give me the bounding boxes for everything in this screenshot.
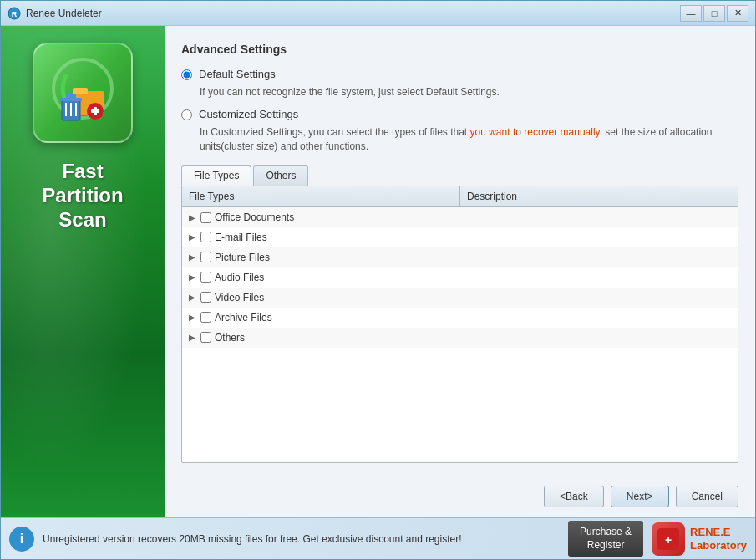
file-type-cell: ▶ E-mail Files <box>182 227 460 247</box>
brand-text: RENE.E Laboratory <box>690 526 747 552</box>
file-type-checkbox[interactable] <box>200 312 211 323</box>
description-cell <box>460 267 738 288</box>
main-window: R Renee Undeleter — □ ✕ <box>0 0 756 560</box>
table-row: ▶ Audio Files <box>182 267 738 288</box>
brand-icon-svg: + <box>656 527 681 552</box>
default-settings-option: Default Settings <box>181 68 738 80</box>
section-title: Advanced Settings <box>181 43 738 56</box>
custom-settings-label[interactable]: Customized Settings <box>199 108 298 120</box>
file-type-label: Office Documents <box>215 211 294 223</box>
table-row: ▶ Office Documents <box>182 207 738 227</box>
sidebar-icon-box <box>33 43 133 143</box>
file-type-label: Audio Files <box>215 272 264 283</box>
description-cell <box>460 227 738 247</box>
sidebar-illustration <box>41 51 124 135</box>
brand-name: RENE.E <box>690 526 730 538</box>
status-message: Unregistered version recovers 20MB missi… <box>43 533 560 545</box>
description-cell <box>460 247 738 267</box>
svg-text:+: + <box>665 533 672 547</box>
file-type-label: Video Files <box>215 292 264 303</box>
close-button[interactable]: ✕ <box>727 5 748 22</box>
file-type-cell: ▶ Audio Files <box>182 267 460 288</box>
file-type-cell: ▶ Others <box>182 328 460 348</box>
status-bar: i Unregistered version recovers 20MB mis… <box>1 517 755 559</box>
custom-settings-description: In Customzied Settings, you can select t… <box>200 125 738 154</box>
file-type-label: E-mail Files <box>215 232 267 243</box>
brand-icon: + <box>652 522 685 556</box>
custom-settings-radio[interactable] <box>181 109 192 120</box>
svg-text:R: R <box>12 10 18 18</box>
purchase-button[interactable]: Purchase & Register <box>568 521 643 557</box>
tab-others[interactable]: Others <box>253 165 308 186</box>
description-cell <box>460 207 738 227</box>
svg-rect-4 <box>73 88 88 94</box>
default-settings-label[interactable]: Default Settings <box>199 68 276 80</box>
main-content: Fast Partition Scan Advanced Settings De… <box>1 26 755 517</box>
description-cell <box>460 308 738 328</box>
table-row: ▶ Others <box>182 328 738 348</box>
expand-arrow[interactable]: ▶ <box>187 313 197 323</box>
sidebar-title: Fast Partition Scan <box>33 160 131 232</box>
next-button[interactable]: Next> <box>611 486 669 507</box>
svg-rect-7 <box>66 94 76 99</box>
table-header-row: File Types Description <box>182 186 738 207</box>
expand-arrow[interactable]: ▶ <box>187 212 197 222</box>
app-icon: R <box>8 7 21 20</box>
file-type-cell: ▶ Archive Files <box>182 308 460 328</box>
file-type-cell: ▶ Video Files <box>182 288 460 308</box>
purchase-line1: Purchase & <box>580 526 632 537</box>
action-bar: <Back Next> Cancel <box>165 476 755 517</box>
title-bar: R Renee Undeleter — □ ✕ <box>1 1 755 26</box>
expand-arrow[interactable]: ▶ <box>187 272 197 283</box>
back-button[interactable]: <Back <box>544 486 604 507</box>
expand-arrow[interactable]: ▶ <box>187 252 197 262</box>
expand-arrow[interactable]: ▶ <box>187 293 197 303</box>
window-controls: — □ ✕ <box>680 5 748 22</box>
svg-rect-13 <box>94 107 97 115</box>
table-row: ▶ Archive Files <box>182 308 738 328</box>
tab-file-types[interactable]: File Types <box>181 165 251 186</box>
info-icon: i <box>9 527 34 552</box>
col-header-description: Description <box>460 186 738 207</box>
file-type-label: Archive Files <box>215 312 272 323</box>
brand-tagline: Laboratory <box>690 539 747 552</box>
custom-settings-option: Customized Settings <box>181 108 738 120</box>
table-row: ▶ Video Files <box>182 288 738 308</box>
file-type-checkbox[interactable] <box>200 212 211 223</box>
default-settings-description: If you can not recognize the file system… <box>200 85 738 99</box>
cancel-button[interactable]: Cancel <box>676 486 738 507</box>
file-type-checkbox[interactable] <box>200 292 211 303</box>
sidebar: Fast Partition Scan <box>1 26 165 517</box>
expand-arrow[interactable]: ▶ <box>187 333 197 343</box>
description-cell <box>460 288 738 308</box>
maximize-button[interactable]: □ <box>703 5 725 22</box>
file-type-checkbox[interactable] <box>200 272 211 283</box>
expand-arrow[interactable]: ▶ <box>187 232 197 242</box>
file-table: File Types Description ▶ Office Document… <box>182 186 738 348</box>
purchase-line2: Register <box>587 539 625 551</box>
file-type-label: Picture Files <box>215 252 270 263</box>
right-panel: Advanced Settings Default Settings If yo… <box>165 26 755 476</box>
brand-logo: + RENE.E Laboratory <box>652 522 747 556</box>
table-row: ▶ Picture Files <box>182 247 738 267</box>
file-type-cell: ▶ Picture Files <box>182 247 460 267</box>
default-settings-radio[interactable] <box>181 69 192 80</box>
file-type-checkbox[interactable] <box>200 232 211 242</box>
file-type-cell: ▶ Office Documents <box>182 207 460 227</box>
app-title: Renee Undeleter <box>26 8 680 19</box>
table-row: ▶ E-mail Files <box>182 227 738 247</box>
description-cell <box>460 328 738 348</box>
file-type-checkbox[interactable] <box>200 252 211 262</box>
file-type-label: Others <box>215 332 245 344</box>
file-table-container: File Types Description ▶ Office Document… <box>181 186 738 463</box>
minimize-button[interactable]: — <box>680 5 702 22</box>
file-type-checkbox[interactable] <box>200 332 211 343</box>
tab-container: File Types Others <box>181 165 738 186</box>
file-table-body: ▶ Office Documents ▶ E-mail Files ▶ Pict… <box>182 207 738 348</box>
col-header-file-types: File Types <box>182 186 460 207</box>
